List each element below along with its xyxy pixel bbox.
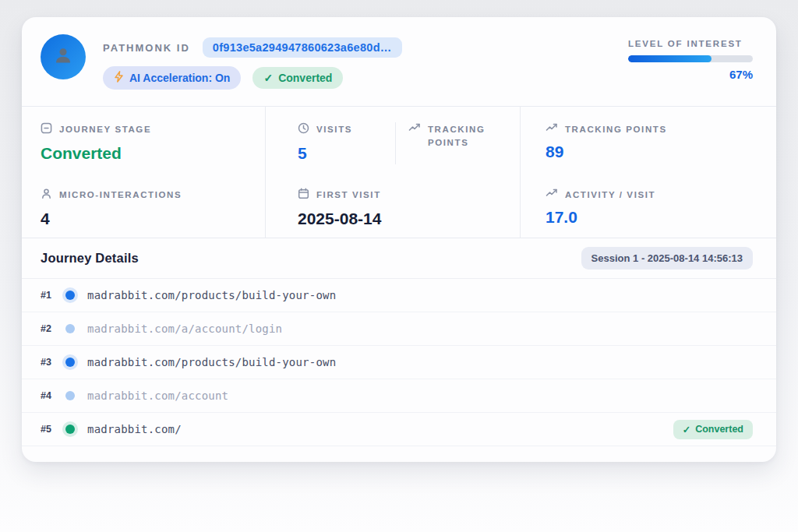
journey-row-index: #5 <box>41 424 64 435</box>
stat-value: 2025-08-14 <box>298 210 520 228</box>
journey-step-url: madrabbit.com/account <box>87 389 753 402</box>
trend-icon <box>408 122 421 136</box>
stat-value: Converted <box>41 144 265 163</box>
stat-label: FIRST VISIT <box>316 188 381 202</box>
stat-tracking-points-label-cell: TRACKING POINTS <box>396 107 521 172</box>
journey-step-url: madrabbit.com/products/build-your-own <box>87 356 753 368</box>
journey-stage-icon <box>41 122 52 138</box>
trend-icon <box>546 188 558 202</box>
session-badge[interactable]: Session 1 - 2025-08-14 14:56:13 <box>581 247 753 270</box>
trend-icon <box>546 122 558 136</box>
journey-step-dot <box>65 358 75 367</box>
check-icon: ✓ <box>263 72 273 84</box>
journey-row-converted-badge: ✓ Converted <box>673 420 753 439</box>
clock-icon <box>298 122 309 138</box>
person-avatar-icon <box>51 44 75 70</box>
interest-percent-value: 67% <box>628 68 753 81</box>
stat-label: TRACKING POINTS <box>565 123 667 136</box>
pathmonk-id-value[interactable]: 0f913e5a294947860623a6e80d… <box>203 37 402 58</box>
visitor-profile-card: PATHMONK ID 0f913e5a294947860623a6e80d… … <box>22 17 776 462</box>
journey-row[interactable]: #4 madrabbit.com/account <box>22 379 776 413</box>
lightning-icon <box>114 71 124 85</box>
stat-journey-stage: JOURNEY STAGE Converted <box>22 107 266 172</box>
stat-label: TRACKING POINTS <box>428 123 512 149</box>
journey-step-dot <box>65 324 75 333</box>
interest-progress-track <box>628 55 753 62</box>
journey-row[interactable]: #1 madrabbit.com/products/build-your-own <box>22 279 776 312</box>
card-header: PATHMONK ID 0f913e5a294947860623a6e80d… … <box>22 17 776 107</box>
stat-label: JOURNEY STAGE <box>59 123 151 136</box>
stat-activity-per-visit: ACTIVITY / VISIT 17.0 <box>521 172 776 238</box>
stat-label: ACTIVITY / VISIT <box>565 188 655 202</box>
ai-acceleration-label: AI Acceleration: On <box>129 72 230 84</box>
avatar <box>41 34 86 79</box>
level-of-interest-label: LEVEL OF INTEREST <box>628 39 753 48</box>
journey-step-dot <box>65 291 75 300</box>
interest-progress-fill <box>628 55 711 62</box>
stat-label: VISITS <box>316 123 352 136</box>
converted-status-badge: ✓ Converted <box>252 67 343 89</box>
stat-first-visit: FIRST VISIT 2025-08-14 <box>266 172 521 238</box>
check-icon: ✓ <box>683 424 690 435</box>
journey-row-index: #4 <box>41 390 64 401</box>
journey-row-index: #1 <box>41 290 64 301</box>
journey-row-index: #3 <box>41 357 64 368</box>
journey-step-url: madrabbit.com/ <box>87 423 673 435</box>
level-of-interest-widget: LEVEL OF INTEREST 67% <box>628 39 753 81</box>
stat-value: 4 <box>41 210 265 228</box>
stat-value: 89 <box>546 143 776 161</box>
stat-value: 17.0 <box>546 208 776 227</box>
stat-visits: VISITS 5 <box>266 107 396 172</box>
journey-list: #1 madrabbit.com/products/build-your-own… <box>22 279 776 446</box>
stat-value: 5 <box>298 144 396 163</box>
journey-step-dot <box>65 425 75 434</box>
stat-tracking-points: TRACKING POINTS 89 <box>521 107 776 172</box>
pathmonk-id-label: PATHMONK ID <box>103 42 190 54</box>
journey-row-converted-label: Converted <box>695 424 743 435</box>
journey-row-index: #2 <box>41 323 64 334</box>
journey-details-title: Journey Details <box>41 251 139 266</box>
stat-micro-interactions: MICRO-INTERACTIONS 4 <box>22 172 266 238</box>
journey-row[interactable]: #3 madrabbit.com/products/build-your-own <box>22 346 776 379</box>
person-icon <box>41 188 52 203</box>
calendar-icon <box>298 188 309 203</box>
converted-status-label: Converted <box>278 72 332 84</box>
journey-row[interactable]: #2 madrabbit.com/a/account/login <box>22 312 776 346</box>
ai-acceleration-badge: AI Acceleration: On <box>103 66 241 90</box>
journey-step-url: madrabbit.com/a/account/login <box>87 322 753 335</box>
journey-step-dot <box>65 391 75 400</box>
journey-details-header: Journey Details Session 1 - 2025-08-14 1… <box>22 238 776 279</box>
stats-grid: JOURNEY STAGE Converted VISITS 5 TRACKIN… <box>22 107 776 238</box>
stat-label: MICRO-INTERACTIONS <box>59 188 182 202</box>
journey-step-url: madrabbit.com/products/build-your-own <box>87 289 753 301</box>
journey-row[interactable]: #5 madrabbit.com/ ✓ Converted <box>22 413 776 446</box>
